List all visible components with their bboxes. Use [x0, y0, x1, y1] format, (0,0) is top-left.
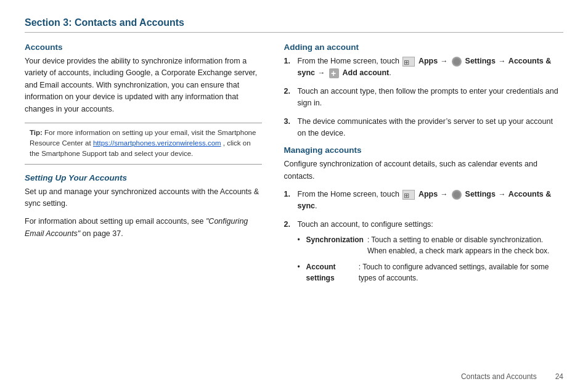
managing-heading: Managing accounts: [284, 145, 563, 155]
step1-add: Add account: [343, 68, 390, 77]
mgmt-step1-content: From the Home screen, touch Apps → Setti…: [298, 189, 563, 213]
step1-apps: Apps: [419, 57, 438, 65]
step2-content: Touch an account type, then follow the p…: [298, 86, 563, 110]
mgmt-step2-content: Touch an account, to configure settings:…: [298, 219, 563, 288]
mgmt-step1-label: 1.: [284, 189, 294, 213]
setting-up-body1: Set up and manage your synchronized acco…: [25, 186, 262, 210]
plus-icon: [329, 68, 339, 78]
footer: Contacts and Accounts 24: [461, 372, 563, 381]
bullet-item-1: Synchronization: Touch a setting to enab…: [298, 234, 563, 256]
step1-label: 1.: [284, 55, 294, 80]
footer-right: 24: [555, 372, 563, 381]
step3-label: 3.: [284, 116, 294, 140]
adding-steps: 1. From the Home screen, touch Apps → Se…: [284, 55, 563, 139]
mgmt-arrow-1: →: [441, 190, 448, 198]
mgmt-step1-text-pre: From the Home screen, touch: [298, 190, 399, 198]
bullet2-bold: Account settings: [306, 261, 355, 284]
step2-label: 2.: [284, 86, 294, 110]
bullet2-text: : Touch to configure advanced settings, …: [359, 261, 563, 284]
arrow-2: →: [498, 57, 505, 65]
left-column: Accounts Your device provides the abilit…: [25, 43, 262, 295]
tip-box: Tip: For more information on setting up …: [25, 123, 262, 165]
managing-body: Configure synchronization of account det…: [284, 158, 563, 182]
footer-left: Contacts and Accounts: [461, 372, 537, 381]
bullet-list: Synchronization: Touch a setting to enab…: [298, 234, 563, 284]
mgmt-step1-period: .: [315, 202, 317, 210]
accounts-heading: Accounts: [25, 43, 262, 52]
arrow-3: →: [318, 68, 325, 77]
adding-step-3: 3. The device communicates with the prov…: [284, 116, 563, 140]
step1-content: From the Home screen, touch Apps → Setti…: [298, 55, 563, 80]
bullet1-text: : Touch a setting to enable or disable s…: [367, 234, 563, 256]
managing-steps: 1. From the Home screen, touch Apps → Se…: [284, 189, 563, 288]
setting-up-heading: Setting Up Your Accounts: [25, 173, 262, 182]
tip-link[interactable]: https://smartphones.verizonwireless.com: [93, 139, 221, 147]
bullet-item-2: Account settings: Touch to configure adv…: [298, 261, 563, 284]
page: Section 3: Contacts and Accounts Account…: [0, 0, 588, 392]
settings-icon-1: [452, 57, 462, 67]
managing-step-1: 1. From the Home screen, touch Apps → Se…: [284, 189, 563, 213]
right-column: Adding an account 1. From the Home scree…: [284, 43, 563, 295]
mgmt-arrow-2: →: [498, 190, 505, 198]
mgmt-step1-settings: Settings: [465, 190, 496, 198]
step3-content: The device communicates with the provide…: [298, 116, 563, 140]
tip-label: Tip:: [30, 129, 43, 136]
mgmt-step2-text: Touch an account, to configure settings:: [298, 220, 433, 229]
setting-up-body2: For information about setting up email a…: [25, 216, 262, 240]
settings-icon-2: [452, 190, 462, 200]
adding-heading: Adding an account: [284, 43, 563, 52]
arrow-1: →: [441, 57, 448, 65]
two-column-layout: Accounts Your device provides the abilit…: [25, 43, 563, 295]
accounts-body: Your device provides the ability to sync…: [25, 55, 262, 115]
step1-text-pre: From the Home screen, touch: [298, 57, 399, 65]
step1-settings: Settings: [465, 57, 496, 65]
managing-step-2: 2. Touch an account, to configure settin…: [284, 219, 563, 288]
mgmt-step2-label: 2.: [284, 219, 294, 288]
section-heading: Section 3: Contacts and Accounts: [25, 17, 563, 33]
bullet1-bold: Synchronization: [306, 234, 364, 256]
mgmt-step1-apps: Apps: [419, 190, 438, 198]
step1-period: .: [389, 68, 391, 77]
adding-step-2: 2. Touch an account type, then follow th…: [284, 86, 563, 110]
apps-icon-2: [402, 190, 415, 200]
adding-step-1: 1. From the Home screen, touch Apps → Se…: [284, 55, 563, 80]
apps-icon-1: [402, 57, 415, 67]
